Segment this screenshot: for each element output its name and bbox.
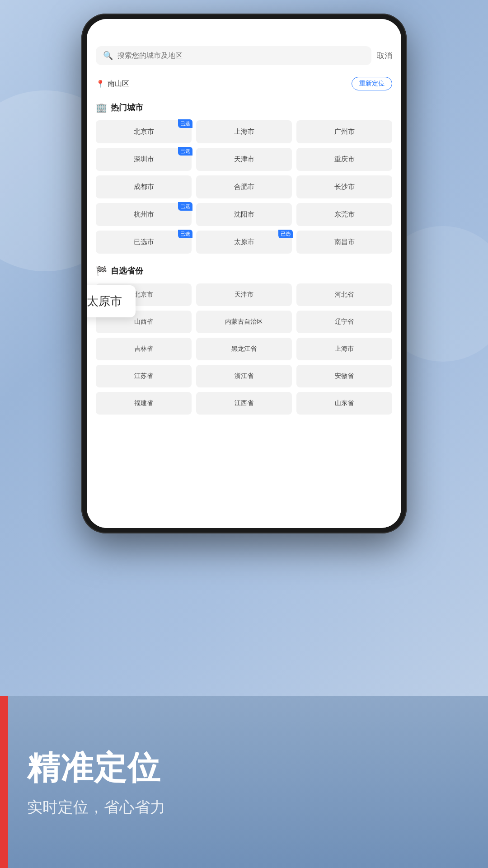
province-btn-shandong[interactable]: 山东省 <box>296 392 392 415</box>
province-btn-jiangxi[interactable]: 江西省 <box>196 392 292 415</box>
province-icon: 🏁 <box>96 265 107 276</box>
city-tooltip: 太原市 <box>87 285 136 317</box>
current-location: 南山区 <box>108 79 129 89</box>
province-btn-anhui[interactable]: 安徽省 <box>296 365 392 387</box>
location-left: 📍 南山区 <box>96 79 129 89</box>
province-btn-jiangsu[interactable]: 江苏省 <box>96 365 192 387</box>
city-btn-taiyuan[interactable]: 太原市 <box>196 231 292 254</box>
province-btn-liaoning[interactable]: 辽宁省 <box>296 311 392 333</box>
app-content: 🔍 取消 📍 南山区 重新定位 🏢 热门城市 北京市 上海市 <box>87 39 401 528</box>
city-btn-shenyang[interactable]: 沈阳市 <box>196 203 292 226</box>
province-header: 🏁 自选省份 <box>87 260 401 281</box>
city-btn-nanchang[interactable]: 南昌市 <box>296 231 392 254</box>
city-btn-guangzhou[interactable]: 广州市 <box>296 120 392 143</box>
red-accent-bar <box>0 696 8 868</box>
city-btn-hangzhou[interactable]: 杭州市 <box>96 203 192 226</box>
marketing-section: 精准定位 实时定位，省心省力 <box>0 696 488 868</box>
marketing-title: 精准定位 <box>27 746 461 790</box>
marketing-subtitle: 实时定位，省心省力 <box>27 797 461 818</box>
search-bar: 🔍 取消 <box>87 39 401 72</box>
city-btn-beijing[interactable]: 北京市 <box>96 120 192 143</box>
province-btn-fujian[interactable]: 福建省 <box>96 392 192 415</box>
city-btn-shenzhen[interactable]: 深圳市 <box>96 148 192 171</box>
search-input[interactable] <box>117 52 364 60</box>
city-btn-chongqing[interactable]: 重庆市 <box>296 148 392 171</box>
province-btn-heilongjiang[interactable]: 黑龙江省 <box>196 338 292 360</box>
search-input-wrap[interactable]: 🔍 <box>96 46 371 65</box>
province-btn-shanghai[interactable]: 上海市 <box>296 338 392 360</box>
province-section: 🏁 自选省份 北京市 天津市 河北省 山西省 内蒙古自治区 辽宁省 吉林省 黑龙… <box>87 260 401 419</box>
location-bar: 📍 南山区 重新定位 <box>87 72 401 97</box>
search-icon: 🔍 <box>103 51 113 61</box>
phone-screen: 🔍 取消 📍 南山区 重新定位 🏢 热门城市 北京市 上海市 <box>87 19 401 528</box>
location-pin-icon: 📍 <box>96 80 105 88</box>
province-title: 自选省份 <box>111 265 143 276</box>
city-btn-dongguan[interactable]: 东莞市 <box>296 203 392 226</box>
city-btn-shanghai[interactable]: 上海市 <box>196 120 292 143</box>
province-btn-jilin[interactable]: 吉林省 <box>96 338 192 360</box>
province-btn-zhejiang[interactable]: 浙江省 <box>196 365 292 387</box>
province-btn-tianjin[interactable]: 天津市 <box>196 283 292 306</box>
hot-city-icon: 🏢 <box>96 102 107 113</box>
province-btn-hebei[interactable]: 河北省 <box>296 283 392 306</box>
hot-cities-header: 🏢 热门城市 <box>87 97 401 118</box>
phone-frame: 🔍 取消 📍 南山区 重新定位 🏢 热门城市 北京市 上海市 <box>81 14 407 533</box>
city-btn-tianjin[interactable]: 天津市 <box>196 148 292 171</box>
city-btn-hefei[interactable]: 合肥市 <box>196 175 292 198</box>
hot-cities-grid: 北京市 上海市 广州市 深圳市 天津市 重庆市 成都市 合肥市 长沙市 杭州市 … <box>87 118 401 258</box>
city-btn-chengdu[interactable]: 成都市 <box>96 175 192 198</box>
province-btn-neimenggu[interactable]: 内蒙古自治区 <box>196 311 292 333</box>
hot-cities-title: 热门城市 <box>111 102 143 113</box>
city-btn-yixuan[interactable]: 已选市 <box>96 231 192 254</box>
status-bar <box>87 19 401 39</box>
city-btn-changsha[interactable]: 长沙市 <box>296 175 392 198</box>
relocate-button[interactable]: 重新定位 <box>352 77 392 90</box>
cancel-button[interactable]: 取消 <box>377 51 392 61</box>
